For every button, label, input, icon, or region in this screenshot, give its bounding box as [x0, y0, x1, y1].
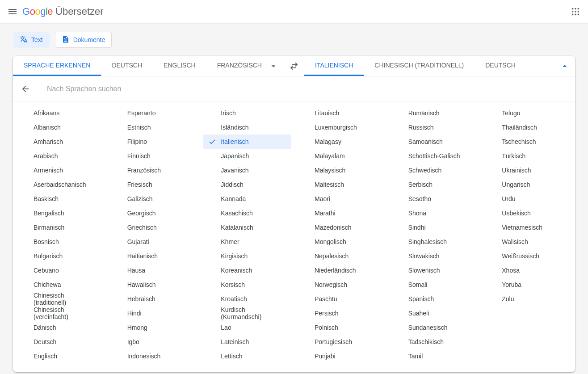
target-language-collapse-button[interactable]	[554, 56, 575, 76]
language-option[interactable]: Slowakisch	[391, 249, 479, 263]
language-option[interactable]: Isländisch	[203, 120, 291, 134]
language-option[interactable]: Friesisch	[109, 177, 198, 192]
language-option[interactable]: Hmong	[109, 320, 198, 335]
language-option[interactable]: Kirgisisch	[203, 249, 291, 263]
language-option[interactable]: Tadschikisch	[391, 335, 479, 349]
language-option[interactable]: Lao	[203, 320, 291, 335]
language-option[interactable]: Galizisch	[109, 192, 198, 206]
language-option[interactable]: Italienisch	[203, 134, 291, 149]
language-option[interactable]: Chichewa	[16, 277, 104, 292]
hamburger-menu-button[interactable]	[4, 3, 21, 21]
language-option[interactable]: Igbo	[109, 335, 198, 349]
language-option[interactable]: Bulgarisch	[16, 249, 104, 263]
target-lang-tab[interactable]: DEUTSCH	[475, 56, 526, 76]
documents-mode-button[interactable]: Dokumente	[55, 32, 112, 48]
language-option[interactable]: Somali	[391, 277, 479, 292]
language-option[interactable]: Sindhi	[391, 220, 479, 235]
language-option[interactable]: Ungarisch	[484, 177, 572, 192]
language-option[interactable]: Chinesisch (traditionell)	[16, 292, 104, 306]
language-option[interactable]: Xhosa	[484, 263, 572, 277]
source-lang-tab[interactable]: ENGLISCH	[153, 56, 206, 76]
language-option[interactable]: Shona	[391, 206, 479, 220]
language-option[interactable]: Französisch	[109, 163, 198, 177]
language-option[interactable]: Chinesisch (vereinfacht)	[16, 306, 104, 320]
language-option[interactable]: Mongolisch	[297, 235, 385, 249]
language-option[interactable]: Bengalisch	[16, 206, 104, 220]
language-option[interactable]: Deutsch	[16, 335, 104, 349]
language-option[interactable]: Thailändisch	[484, 120, 572, 134]
language-option[interactable]: Norwegisch	[297, 277, 385, 292]
language-option[interactable]: Türkisch	[484, 149, 572, 163]
language-option[interactable]: Tamil	[391, 349, 479, 363]
language-option[interactable]: Luxemburgisch	[297, 120, 385, 134]
language-option[interactable]: Portugiesisch	[297, 335, 385, 349]
close-language-picker-button[interactable]	[13, 76, 38, 101]
source-lang-tab[interactable]: DEUTSCH	[101, 56, 153, 76]
language-option[interactable]: Irisch	[203, 106, 291, 120]
language-option[interactable]: Sundanesisch	[391, 320, 479, 335]
language-option[interactable]: Lateinisch	[203, 335, 291, 349]
language-option[interactable]: Paschtu	[297, 292, 385, 306]
language-option[interactable]: Sesotho	[391, 192, 479, 206]
language-option[interactable]: Baskisch	[16, 192, 104, 206]
language-option[interactable]: Khmer	[203, 235, 291, 249]
google-apps-button[interactable]	[567, 3, 584, 21]
language-option[interactable]: Russisch	[391, 120, 479, 134]
language-option[interactable]: Armenisch	[16, 163, 104, 177]
language-option[interactable]: Schwedisch	[391, 163, 479, 177]
target-lang-tab[interactable]: ITALIENISCH	[304, 56, 364, 76]
language-option[interactable]: Walisisch	[484, 235, 572, 249]
language-option[interactable]: Birmanisch	[16, 220, 104, 235]
language-option[interactable]: Estnisch	[109, 120, 198, 134]
language-option[interactable]: Punjabi	[297, 349, 385, 363]
language-option[interactable]: Vietnamesisch	[484, 220, 572, 235]
language-option[interactable]: Finnisch	[109, 149, 198, 163]
language-option[interactable]: Schottisch-Gälisch	[391, 149, 479, 163]
language-option[interactable]: Polnisch	[297, 320, 385, 335]
language-option[interactable]: Javanisch	[203, 163, 291, 177]
language-option[interactable]: Serbisch	[391, 177, 479, 192]
language-option[interactable]: Weißrussisch	[484, 249, 572, 263]
language-option[interactable]: Korsisch	[203, 277, 291, 292]
language-option[interactable]: Jiddisch	[203, 177, 291, 192]
language-option[interactable]: Samoanisch	[391, 134, 479, 149]
language-option[interactable]: Spanisch	[391, 292, 479, 306]
language-option[interactable]: Dänisch	[16, 320, 104, 335]
language-option[interactable]: Katalanisch	[203, 220, 291, 235]
text-mode-button[interactable]: Text	[13, 32, 50, 48]
language-option[interactable]: Litauisch	[297, 106, 385, 120]
language-option[interactable]: Hausa	[109, 263, 198, 277]
language-option[interactable]: Zulu	[484, 292, 572, 306]
source-language-expand-button[interactable]	[263, 56, 284, 76]
language-option[interactable]: Rumänisch	[391, 106, 479, 120]
language-option[interactable]: Persisch	[297, 306, 385, 320]
source-lang-tab[interactable]: FRANZÖSISCH	[206, 56, 273, 76]
language-option[interactable]: Marathi	[297, 206, 385, 220]
language-search-input[interactable]	[38, 85, 575, 93]
language-option[interactable]: Albanisch	[16, 120, 104, 134]
language-option[interactable]: Filipino	[109, 134, 198, 149]
google-translate-logo[interactable]: Google Übersetzer	[22, 6, 104, 17]
language-option[interactable]: Urdu	[484, 192, 572, 206]
language-option[interactable]: Kurdisch (Kurmandschi)	[203, 306, 291, 320]
language-option[interactable]: Japanisch	[203, 149, 291, 163]
language-option[interactable]: Nepalesisch	[297, 249, 385, 263]
language-option[interactable]: Usbekisch	[484, 206, 572, 220]
language-option[interactable]: Englisch	[16, 349, 104, 363]
language-option[interactable]: Cebuano	[16, 263, 104, 277]
language-option[interactable]: Hebräisch	[109, 292, 198, 306]
language-option[interactable]: Afrikaans	[16, 106, 104, 120]
language-option[interactable]: Niederländisch	[297, 263, 385, 277]
language-option[interactable]: Maori	[297, 192, 385, 206]
language-option[interactable]: Telugu	[484, 106, 572, 120]
language-option[interactable]: Koreanisch	[203, 263, 291, 277]
language-option[interactable]: Amharisch	[16, 134, 104, 149]
language-option[interactable]: Malaysisch	[297, 163, 385, 177]
language-option[interactable]: Yoruba	[484, 277, 572, 292]
language-option[interactable]: Slowenisch	[391, 263, 479, 277]
language-option[interactable]: Tschechisch	[484, 134, 572, 149]
language-option[interactable]: Suaheli	[391, 306, 479, 320]
language-option[interactable]: Georgisch	[109, 206, 198, 220]
language-option[interactable]: Ukrainisch	[484, 163, 572, 177]
target-lang-tab[interactable]: CHINESISCH (TRADITIONELL)	[364, 56, 475, 76]
